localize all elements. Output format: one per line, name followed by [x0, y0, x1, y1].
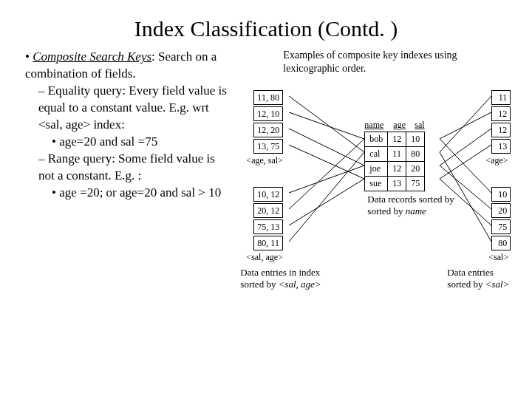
salage-cell: 80, 11 [253, 236, 283, 250]
svg-line-10 [440, 129, 491, 166]
svg-line-3 [289, 145, 364, 179]
sal-cell: 20 [491, 203, 511, 218]
agesal-label: <age, sal> [246, 155, 283, 166]
svg-line-5 [289, 139, 364, 209]
diagram-caption: Examples of composite key indexes using … [283, 49, 505, 75]
sal-cell: 10 [491, 187, 511, 202]
sal-cell: 80 [491, 236, 511, 250]
foot-right-1: Data entries [447, 267, 493, 278]
data-table: bob1210 cal1180 joe1220 sue1375 [364, 132, 425, 191]
age-label: <age> [485, 155, 508, 166]
sal-cell: 75 [491, 219, 511, 234]
agesal-cell: 11, 80 [253, 90, 283, 105]
agesal-cell: 13, 75 [253, 139, 283, 154]
th-name: name [364, 120, 391, 131]
range-def: Range query: Some field value is not a c… [25, 151, 233, 185]
table-row: cal1180 [365, 147, 425, 162]
foot-right-2b: <sal> [485, 279, 510, 290]
svg-line-8 [440, 96, 491, 152]
svg-line-12 [440, 139, 491, 193]
age-cell: 12 [491, 106, 511, 121]
svg-line-4 [289, 166, 364, 193]
svg-line-9 [440, 112, 491, 139]
age-cell: 11 [491, 90, 511, 105]
age-cell: 13 [491, 139, 511, 154]
table-row: bob1210 [365, 132, 425, 147]
diagram-area: Examples of composite key indexes using … [240, 49, 519, 359]
svg-line-7 [289, 152, 364, 242]
sal-label: <sal> [488, 252, 508, 263]
term-composite-keys: Composite Search Keys [33, 50, 151, 64]
equality-def: Equality query: Every field value is equ… [25, 83, 233, 134]
th-sal: sal [415, 120, 424, 130]
agesal-cell: 12, 20 [253, 123, 283, 137]
salage-label: <sal, age> [246, 252, 283, 263]
svg-line-0 [289, 96, 364, 152]
age-cell: 12 [491, 123, 511, 137]
range-example: age =20; or age=20 and sal > 10 [25, 185, 233, 202]
salage-cell: 10, 12 [253, 187, 283, 202]
foot-left-2a: sorted by [240, 279, 278, 290]
table-caption-italic: name [406, 205, 426, 216]
svg-line-11 [440, 145, 491, 179]
salage-cell: 75, 13 [253, 219, 283, 234]
table-caption-prefix: sorted by [367, 205, 405, 216]
svg-line-2 [289, 129, 364, 166]
table-row: sue1375 [365, 177, 425, 191]
svg-line-1 [289, 112, 364, 139]
agesal-cell: 12, 10 [253, 106, 283, 121]
table-caption: Data records sorted by [367, 194, 454, 205]
foot-left-1: Data entries in index [240, 267, 320, 278]
svg-line-6 [289, 179, 364, 225]
salage-cell: 20, 12 [253, 203, 283, 218]
foot-left-2b: <sal, age> [279, 279, 321, 290]
table-row: joe1220 [365, 162, 425, 177]
th-age: age [393, 120, 412, 131]
equality-example: age=20 and sal =75 [25, 134, 233, 151]
page-title: Index Classification (Contd. ) [0, 0, 532, 49]
bullet-text: Composite Search Keys: Search on a combi… [13, 49, 240, 359]
content-area: Composite Search Keys: Search on a combi… [0, 49, 532, 359]
foot-right-2a: sorted by [447, 279, 485, 290]
